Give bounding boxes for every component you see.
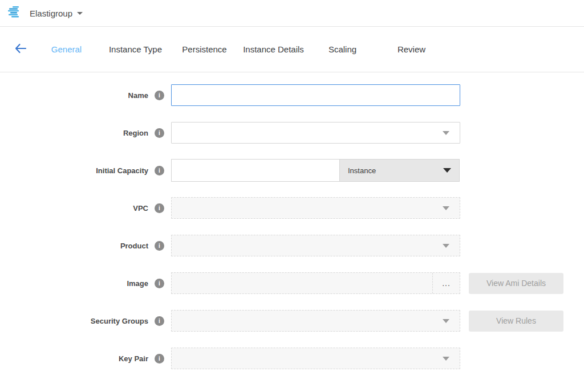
view-ami-details-button[interactable]: View Ami Details (469, 273, 563, 294)
chevron-down-icon (443, 357, 449, 361)
name-input[interactable] (171, 84, 460, 106)
vpc-select[interactable] (171, 197, 460, 219)
security-groups-select[interactable] (171, 310, 460, 332)
security-groups-row: Security Groups i View Rules (0, 310, 584, 332)
region-select[interactable] (171, 122, 460, 144)
wizard-tab-bar: General Instance Type Persistence Instan… (0, 27, 584, 72)
image-row: Image i ... View Ami Details (0, 272, 584, 294)
name-label: Name (128, 91, 148, 100)
image-label: Image (127, 279, 148, 288)
region-info-icon[interactable]: i (155, 128, 164, 138)
initial-capacity-input[interactable] (171, 159, 340, 182)
capacity-unit-select[interactable]: Instance (340, 159, 460, 182)
product-info-icon[interactable]: i (155, 241, 164, 251)
elastigroup-logo-icon (8, 5, 23, 21)
security-groups-label: Security Groups (91, 317, 148, 325)
name-row: Name i (0, 84, 584, 106)
arrow-left-icon (14, 43, 27, 56)
image-info-icon[interactable]: i (155, 279, 164, 288)
initial-capacity-label: Initial Capacity (96, 166, 148, 175)
back-button[interactable] (10, 39, 31, 60)
security-groups-info-icon[interactable]: i (155, 316, 164, 326)
general-settings-form: Name i Region i Initial Capacity i Inst (0, 72, 584, 369)
capacity-unit-value: Instance (348, 166, 376, 175)
key-pair-row: Key Pair i (0, 348, 584, 369)
tab-instance-type[interactable]: Instance Type (101, 44, 170, 54)
tab-review[interactable]: Review (377, 44, 446, 54)
vpc-row: VPC i (0, 197, 584, 219)
key-pair-label: Key Pair (119, 354, 148, 363)
tab-persistence[interactable]: Persistence (170, 44, 239, 54)
tab-instance-details[interactable]: Instance Details (239, 44, 308, 54)
chevron-down-icon (443, 206, 449, 210)
chevron-down-icon (443, 244, 449, 248)
region-label: Region (123, 129, 148, 137)
image-field[interactable]: ... (171, 272, 460, 294)
initial-capacity-info-icon[interactable]: i (155, 166, 164, 175)
vpc-info-icon[interactable]: i (155, 203, 164, 213)
chevron-down-icon (443, 319, 449, 323)
vpc-label: VPC (133, 204, 148, 213)
tab-scaling[interactable]: Scaling (308, 44, 377, 54)
region-row: Region i (0, 122, 584, 144)
image-value (172, 273, 432, 293)
app-switcher[interactable]: Elastigroup (30, 9, 83, 18)
top-app-bar: Elastigroup (0, 0, 584, 27)
app-name: Elastigroup (30, 9, 72, 18)
view-rules-button[interactable]: View Rules (469, 311, 563, 332)
chevron-down-icon (77, 12, 83, 15)
name-info-icon[interactable]: i (155, 91, 164, 100)
initial-capacity-row: Initial Capacity i Instance (0, 160, 584, 181)
image-browse-button[interactable]: ... (432, 273, 460, 293)
chevron-down-icon (443, 131, 449, 135)
product-label: Product (120, 242, 148, 250)
key-pair-info-icon[interactable]: i (155, 354, 164, 364)
wizard-tabs: General Instance Type Persistence Instan… (32, 44, 446, 54)
chevron-down-icon (443, 168, 451, 173)
product-select[interactable] (171, 235, 460, 256)
tab-general[interactable]: General (32, 44, 101, 54)
product-row: Product i (0, 235, 584, 256)
key-pair-select[interactable] (171, 348, 460, 369)
